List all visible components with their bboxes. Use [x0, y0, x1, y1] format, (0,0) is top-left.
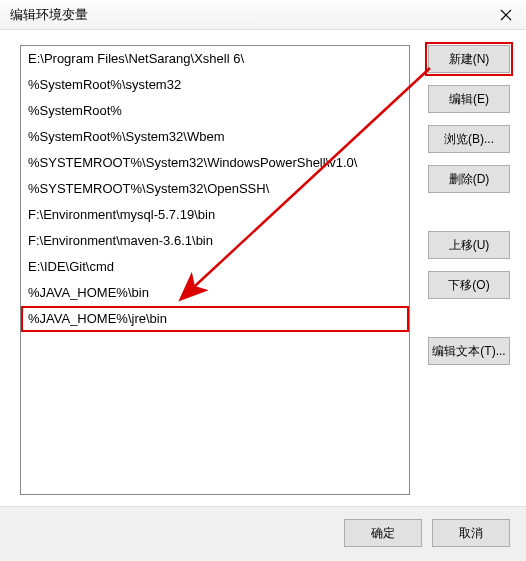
list-item[interactable]: %JAVA_HOME%\jre\bin: [21, 306, 409, 332]
list-item[interactable]: F:\Environment\maven-3.6.1\bin: [21, 228, 409, 254]
list-item[interactable]: %SystemRoot%\system32: [21, 72, 409, 98]
edittext-button[interactable]: 编辑文本(T)...: [428, 337, 510, 365]
browse-button[interactable]: 浏览(B)...: [428, 125, 510, 153]
list-item[interactable]: %SYSTEMROOT%\System32\WindowsPowerShell\…: [21, 150, 409, 176]
cancel-button[interactable]: 取消: [432, 519, 510, 547]
titlebar: 编辑环境变量: [0, 0, 526, 30]
list-item[interactable]: E:\IDE\Git\cmd: [21, 254, 409, 280]
dialog-footer: 确定 取消: [0, 506, 526, 561]
new-button[interactable]: 新建(N): [428, 45, 510, 73]
close-icon: [500, 9, 512, 21]
dialog-content: E:\Program Files\NetSarang\Xshell 6\%Sys…: [0, 30, 526, 506]
list-item[interactable]: F:\Environment\mysql-5.7.19\bin: [21, 202, 409, 228]
list-item[interactable]: %SystemRoot%: [21, 98, 409, 124]
delete-button[interactable]: 删除(D): [428, 165, 510, 193]
ok-button[interactable]: 确定: [344, 519, 422, 547]
close-button[interactable]: [486, 0, 526, 30]
list-item[interactable]: E:\Program Files\NetSarang\Xshell 6\: [21, 46, 409, 72]
movedown-button[interactable]: 下移(O): [428, 271, 510, 299]
window-title: 编辑环境变量: [10, 6, 88, 24]
list-item[interactable]: %JAVA_HOME%\bin: [21, 280, 409, 306]
moveup-button[interactable]: 上移(U): [428, 231, 510, 259]
list-item[interactable]: %SYSTEMROOT%\System32\OpenSSH\: [21, 176, 409, 202]
side-button-panel: 新建(N) 编辑(E) 浏览(B)... 删除(D) 上移(U) 下移(O) 编…: [428, 45, 510, 365]
list-item[interactable]: %SystemRoot%\System32\Wbem: [21, 124, 409, 150]
edit-button[interactable]: 编辑(E): [428, 85, 510, 113]
path-listbox[interactable]: E:\Program Files\NetSarang\Xshell 6\%Sys…: [20, 45, 410, 495]
